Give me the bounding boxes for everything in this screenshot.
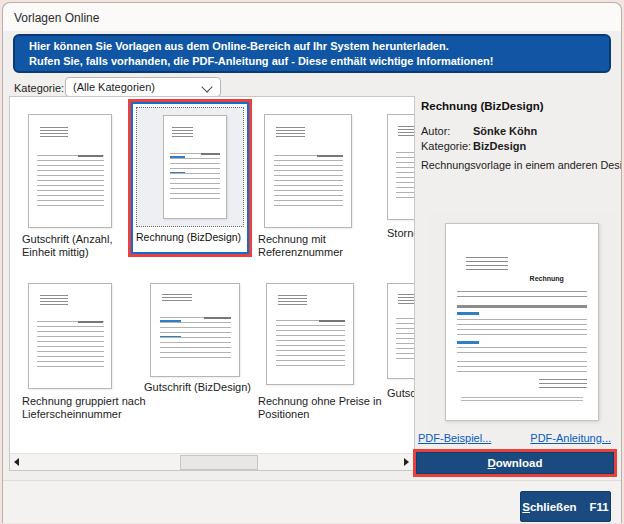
template-tile-rechnung-bizdesign-selected[interactable]: Rechnung (BizDesign) (131, 102, 249, 254)
close-shortcut: F11 (590, 501, 609, 513)
template-label: Gutschri (387, 387, 415, 400)
preview-meta-lines (457, 291, 588, 297)
horizontal-scrollbar[interactable] (10, 453, 414, 470)
preview-address-block (466, 257, 509, 271)
close-button[interactable]: Schließen F11 (520, 491, 611, 522)
author-label: Autor: (421, 125, 450, 137)
details-category-value: BizDesign (473, 140, 526, 152)
window-title: Vorlagen Online (14, 11, 99, 25)
template-label: Gutschrift (BizDesign) (144, 381, 264, 394)
selection-marquee (136, 107, 244, 227)
doc-blue-accent (160, 320, 181, 322)
template-preview-panel: Rechnung (428, 212, 615, 430)
details-category-row: Kategorie: BizDesign (421, 140, 471, 152)
template-label: Gutschrift (Anzahl, Einheit mittig) (22, 233, 126, 259)
preview-blue-section (457, 312, 480, 315)
template-label: Rechnung (BizDesign) (133, 227, 247, 243)
author-value: Sönke Köhn (473, 125, 537, 137)
info-banner-line1: Hier können Sie Vorlagen aus dem Online-… (29, 39, 599, 54)
template-label: Rechnung mit Referenznummer (258, 233, 370, 259)
template-grid: Gutschrift (Anzahl, Einheit mittig) Rech… (9, 96, 415, 471)
scroll-left-icon (14, 458, 19, 466)
scroll-right-icon (404, 458, 409, 466)
preview-blue-section (457, 341, 480, 344)
doc-blue-accent (170, 156, 185, 158)
template-tile-gutschrift-bizdesign[interactable] (150, 283, 240, 377)
template-label: Stornore (387, 227, 415, 240)
template-tile-gutschrift-anzahl[interactable] (28, 114, 112, 228)
scroll-right-button[interactable] (398, 454, 414, 469)
annotation-highlight-download: Download (413, 449, 617, 477)
category-dropdown[interactable]: (Alle Kategorien) (65, 77, 221, 97)
preview-table-rows (457, 347, 588, 357)
template-tile-gutschrift-cut[interactable] (387, 283, 415, 379)
close-accesskey: S (522, 501, 530, 513)
preview-footer-lines (461, 397, 583, 401)
template-label: Rechnung ohne Preise in Positionen (258, 395, 388, 421)
scrollbar-thumb[interactable] (180, 455, 258, 470)
template-tile-rechnung-referenznummer[interactable] (264, 114, 352, 228)
download-accesskey: D (488, 457, 496, 469)
template-label: Rechnung gruppiert nach Lieferscheinnumm… (22, 395, 152, 421)
preview-doc-title: Rechnung (530, 275, 564, 282)
chevron-down-icon (201, 81, 212, 92)
vorlagen-online-dialog: Vorlagen Online Hier können Sie Vorlagen… (2, 2, 622, 523)
template-tile-stornorechnung[interactable] (387, 114, 415, 220)
annotation-highlight-selected-template: Rechnung (BizDesign) (128, 99, 252, 257)
category-label: Kategorie: (14, 82, 64, 94)
template-tile-rechnung-ohne-preise[interactable] (266, 283, 354, 385)
details-category-label: Kategorie: (421, 140, 471, 152)
details-author-row: Autor: Sönke Köhn (421, 125, 450, 137)
close-label: chließen (530, 501, 577, 513)
template-tile-rechnung-gruppiert[interactable] (28, 283, 112, 389)
preview-totals-block (539, 379, 588, 391)
pdf-manual-link[interactable]: PDF-Anleitung... (530, 432, 611, 444)
category-selected-value: (Alle Kategorien) (73, 81, 155, 93)
pdf-example-link[interactable]: PDF-Beispiel... (418, 432, 491, 444)
template-thumbnail (163, 115, 227, 219)
info-banner: Hier können Sie Vorlagen aus dem Online-… (13, 34, 611, 73)
preview-table-header (457, 305, 588, 308)
title-bar: Vorlagen Online (3, 3, 621, 31)
preview-table-rows (457, 361, 588, 375)
template-preview-page: Rechnung (445, 223, 599, 421)
dialog-footer: Schließen F11 (3, 480, 621, 523)
download-button[interactable]: Download (416, 452, 614, 474)
details-title: Rechnung (BizDesign) (421, 100, 544, 112)
info-banner-line2: Rufen Sie, falls vorhanden, die PDF-Anle… (29, 54, 599, 69)
details-description: Rechnungsvorlage in einem anderen Design… (421, 159, 622, 171)
preview-table-rows (457, 319, 588, 337)
download-label: ownload (496, 457, 543, 469)
scroll-left-button[interactable] (10, 454, 26, 469)
